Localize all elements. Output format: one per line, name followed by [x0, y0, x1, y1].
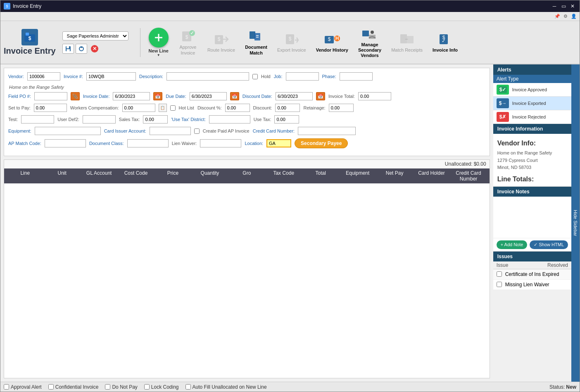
credit-card-label: Credit Card Number:	[253, 128, 295, 133]
sidebar-content: Alerts Alert Type $✓ Invoice Approved	[493, 64, 571, 382]
location-input[interactable]	[266, 139, 291, 147]
retainage-label: Retainage:	[303, 105, 325, 110]
user-icon[interactable]: 👤	[570, 13, 577, 20]
hot-list-checkbox[interactable]	[170, 105, 176, 111]
form-row-1: Vendor: Invoice #: Description: Hold Job…	[8, 72, 485, 81]
title-bar-controls: ─ ▭ ✕	[551, 2, 576, 10]
form-row-5: Equipment: Card Issuer Account: Create P…	[8, 127, 485, 135]
vendor-history-button[interactable]: $H Vendor History	[311, 30, 353, 55]
credit-card-input[interactable]	[298, 127, 356, 135]
test-input[interactable]	[21, 115, 54, 124]
invoice-date-cal-button[interactable]: 📅	[153, 92, 162, 100]
status-label: Status:	[549, 384, 565, 390]
user-select[interactable]: Sage Paperless Administrator	[62, 31, 128, 40]
card-issuer-input[interactable]	[150, 127, 191, 135]
invoice-info-button[interactable]: $✓ Invoice Info	[428, 30, 463, 55]
workers-comp-input[interactable]	[122, 104, 155, 112]
minimize-button[interactable]: ─	[551, 2, 558, 10]
discount-date-input[interactable]	[276, 92, 313, 100]
restore-button[interactable]: ▭	[560, 2, 567, 10]
document-class-input[interactable]	[127, 139, 169, 147]
status-item-auto-fill: Auto Fill Unallocated on New Line	[185, 384, 267, 390]
hide-sidebar-button[interactable]: Hide Sidebar	[571, 64, 580, 382]
refresh-button[interactable]	[76, 44, 87, 54]
invoice-notes-body[interactable]	[493, 197, 571, 238]
sales-tax-input[interactable]	[143, 115, 168, 124]
main-content: Vendor: Invoice #: Description: Hold Job…	[0, 64, 580, 382]
alerts-title: Alerts	[497, 67, 511, 73]
col-card-holder: Card Holder	[413, 170, 450, 182]
description-input[interactable]	[166, 72, 249, 81]
lock-coding-checkbox[interactable]	[144, 384, 150, 390]
set-to-pay-label: Set to Pay:	[8, 105, 31, 110]
svg-rect-31	[400, 34, 407, 43]
do-not-pay-checkbox[interactable]	[105, 384, 110, 390]
phase-input[interactable]	[340, 72, 373, 81]
delete-button[interactable]: ✕	[89, 44, 100, 54]
issues-col-resolved: Resolved	[543, 262, 568, 268]
form-row-6: AP Match Code: Document Class: Lien Waiv…	[8, 138, 485, 148]
manage-secondary-vendors-button[interactable]: ManageSecondaryVendors	[353, 25, 386, 60]
approval-alert-checkbox[interactable]	[4, 384, 9, 390]
svg-rect-32	[407, 36, 414, 43]
manage-secondary-vendors-icon	[361, 26, 378, 41]
invoice-total-input[interactable]	[358, 92, 391, 100]
document-match-button[interactable]: DocumentMatch	[240, 27, 272, 57]
new-line-button[interactable]: New Line ▼	[144, 26, 174, 59]
logo-icon: $	[21, 29, 38, 45]
field-po-cal-button[interactable]: 📎	[71, 92, 80, 100]
close-button[interactable]: ✕	[569, 2, 576, 10]
discount-date-cal-button[interactable]: 📅	[316, 92, 325, 100]
route-invoice-button[interactable]: $ Route Invoice	[202, 30, 240, 55]
retainage-input[interactable]	[329, 104, 354, 112]
lien-waiver-input[interactable]	[200, 139, 241, 147]
issue-cert-checkbox[interactable]	[497, 271, 502, 277]
secondary-payee-button[interactable]: Secondary Payee	[295, 138, 348, 148]
user-def2-input[interactable]	[83, 115, 116, 124]
invoice-date-input[interactable]	[113, 92, 150, 100]
invoice-num-input[interactable]	[86, 72, 136, 81]
job-label: Job:	[274, 74, 283, 79]
due-date-input[interactable]	[190, 92, 227, 100]
create-paid-ap-checkbox[interactable]	[194, 128, 200, 134]
invoice-notes-header: Invoice Notes	[493, 187, 571, 197]
svg-rect-30	[369, 35, 376, 39]
pin-icon[interactable]: 📌	[554, 13, 561, 20]
settings-icon[interactable]: ⚙	[562, 13, 569, 20]
new-line-circle	[149, 28, 169, 48]
line-table-header: Line Unit GL Account Cost Code Price Qua…	[4, 169, 490, 183]
workers-comp-label: Workers Compensation:	[70, 105, 119, 110]
approve-invoice-button[interactable]: $✓ ApproveInvoice	[174, 27, 202, 57]
notes-buttons: + Add Note ✓ Show HTML	[493, 238, 571, 251]
job-input[interactable]	[286, 72, 319, 81]
add-note-button[interactable]: + Add Note	[497, 240, 528, 249]
confidential-invoice-checkbox[interactable]	[48, 384, 54, 390]
due-date-cal-button[interactable]: 📅	[230, 92, 239, 100]
vendor-input[interactable]	[27, 72, 60, 81]
hold-checkbox[interactable]	[252, 74, 258, 79]
use-tax-input[interactable]	[274, 115, 299, 124]
ap-match-code-input[interactable]	[45, 139, 86, 147]
use-tax-district-input[interactable]	[209, 115, 250, 124]
alert-text-exported: Invoice Exported	[512, 101, 546, 106]
export-invoice-button[interactable]: $ Export Invoice	[272, 30, 311, 55]
workers-comp-button[interactable]: 📋	[159, 104, 167, 112]
discount-pct-input[interactable]	[225, 104, 250, 112]
match-receipts-icon	[399, 32, 415, 47]
status-item-lock-coding: Lock Coding	[144, 384, 179, 390]
discount-input[interactable]	[275, 104, 300, 112]
save-button[interactable]	[62, 44, 74, 54]
equipment-input[interactable]	[35, 127, 101, 135]
auto-fill-checkbox[interactable]	[185, 384, 191, 390]
set-to-pay-input[interactable]	[34, 104, 67, 112]
discount-pct-label: Discount %:	[197, 105, 222, 110]
document-match-icon	[248, 29, 264, 44]
col-equipment: Equipment	[339, 170, 376, 182]
info-scroll: Vendor Info: Home on the Range Safety 12…	[493, 134, 571, 186]
field-po-input[interactable]	[34, 92, 67, 100]
match-receipts-button[interactable]: Match Receipts	[386, 30, 428, 55]
export-invoice-label: Export Invoice	[277, 48, 306, 53]
show-html-button[interactable]: ✓ Show HTML	[530, 240, 568, 249]
line-table-area: Unallocated: $0.00 Line Unit GL Account …	[4, 159, 490, 378]
issue-lien-checkbox[interactable]	[497, 282, 502, 287]
